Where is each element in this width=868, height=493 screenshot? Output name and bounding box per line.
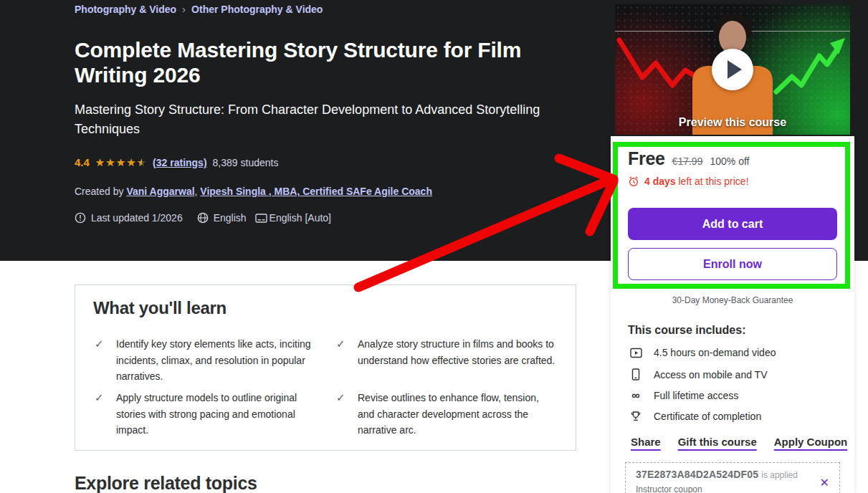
what-youll-learn-title: What you'll learn xyxy=(93,298,226,318)
current-price: Free xyxy=(628,148,665,169)
closed-captions-icon xyxy=(255,213,267,224)
play-icon xyxy=(728,60,742,79)
mobile-icon xyxy=(629,368,642,380)
alert-circle-icon xyxy=(75,212,86,224)
learn-item: Apply structure models to outline origin… xyxy=(116,390,323,439)
page-title: Complete Mastering Story Structure for F… xyxy=(75,37,569,87)
globe-icon xyxy=(197,212,209,224)
coupon-type-label: Instructor coupon xyxy=(636,484,829,493)
includes-item: 4.5 hours on-demand video xyxy=(629,347,776,358)
course-captions-label: English [Auto] xyxy=(270,212,331,224)
urgency-rest: left at this price! xyxy=(676,176,749,187)
check-icon: ✓ xyxy=(336,338,345,350)
instructor-link-1[interactable]: Vani Aggarwal xyxy=(126,186,194,197)
course-language: English xyxy=(197,212,247,224)
course-includes-title: This course includes: xyxy=(628,324,745,337)
coupon-applied-label: is applied xyxy=(761,470,798,480)
course-captions: English [Auto] xyxy=(255,212,331,224)
learn-item: Revise outlines to enhance flow, tension… xyxy=(358,390,558,439)
coupon-code: 37E2873A84D2A524DF05 xyxy=(636,469,758,480)
breadcrumb-link-photography-video[interactable]: Photography & Video xyxy=(75,4,176,15)
students-count: 8,389 students xyxy=(213,157,279,168)
learn-item: Analyze story structure in films and boo… xyxy=(358,336,558,368)
add-to-cart-button[interactable]: Add to cart xyxy=(628,208,837,240)
remove-coupon-button close-icon[interactable]: ✕ xyxy=(820,476,829,489)
coupon-code-line: 37E2873A84D2A524DF05 is applied xyxy=(636,469,829,480)
rating-score: 4.4 xyxy=(75,156,90,168)
breadcrumb-link-other-photography-video[interactable]: Other Photography & Video xyxy=(191,4,323,15)
includes-item: ∞ Full lifetime access xyxy=(629,390,738,401)
check-icon: ✓ xyxy=(336,391,345,404)
instructor-link-2[interactable]: Vipesh Singla , MBA, Certified SAFe Agil… xyxy=(200,186,432,197)
includes-item: Access on mobile and TV xyxy=(629,368,768,380)
purchase-card-links: Share Gift this course Apply Coupon xyxy=(631,436,847,448)
check-icon: ✓ xyxy=(95,391,104,404)
video-play-icon xyxy=(629,348,642,358)
created-by-row: Created by Vani Aggarwal, Vipesh Singla … xyxy=(75,186,432,197)
includes-item-label: Full lifetime access xyxy=(654,390,738,401)
enroll-now-button[interactable]: Enroll now xyxy=(628,248,837,280)
price-row: Free €17.99 100% off xyxy=(628,148,749,169)
last-updated-label: Last updated 1/2026 xyxy=(91,212,183,224)
course-preview-video[interactable]: Preview this course xyxy=(615,4,850,135)
learn-item: Identify key story elements like acts, i… xyxy=(116,336,323,385)
includes-item: Certificate of completion xyxy=(629,411,761,422)
money-back-guarantee: 30-Day Money-Back Guarantee xyxy=(611,295,854,305)
apply-coupon-link[interactable]: Apply Coupon xyxy=(774,436,847,448)
what-youll-learn-card: What you'll learn ✓ Identify key story e… xyxy=(75,284,576,451)
play-button[interactable] xyxy=(712,49,753,90)
explore-related-topics-title: Explore related topics xyxy=(75,473,257,493)
chevron-right-icon: › xyxy=(182,3,186,15)
urgency-days: 4 days xyxy=(644,176,676,187)
discount-percent: 100% off xyxy=(710,155,749,167)
infinity-icon: ∞ xyxy=(629,390,642,401)
trophy-icon xyxy=(629,411,642,422)
purchase-card: Free €17.99 100% off 4 days left at this… xyxy=(611,136,854,493)
rating-row: 4.4 (32 ratings) 8,389 students xyxy=(75,156,278,168)
applied-coupon-box: 37E2873A84D2A524DF05 is applied Instruct… xyxy=(625,462,840,493)
original-price: €17.99 xyxy=(672,155,703,167)
breadcrumb: Photography & Video › Other Photography … xyxy=(75,3,323,15)
includes-item-label: Access on mobile and TV xyxy=(654,369,768,380)
urgency-text: 4 days left at this price! xyxy=(644,176,749,187)
includes-item-label: Certificate of completion xyxy=(654,411,761,422)
includes-item-label: 4.5 hours on-demand video xyxy=(654,347,776,358)
share-link[interactable]: Share xyxy=(631,436,661,448)
course-subtitle: Mastering Story Structure: From Characte… xyxy=(75,100,548,139)
preview-this-course-label: Preview this course xyxy=(615,116,850,129)
last-updated: Last updated 1/2026 xyxy=(75,212,183,224)
star-rating-icon xyxy=(95,157,147,168)
created-by-label: Created by xyxy=(75,186,126,197)
gift-this-course-link[interactable]: Gift this course xyxy=(678,436,757,448)
check-icon: ✓ xyxy=(95,338,104,350)
urgency-row: 4 days left at this price! xyxy=(628,176,749,187)
course-meta-row: Last updated 1/2026 English English [Aut… xyxy=(75,212,331,224)
course-landing-page: Photography & Video › Other Photography … xyxy=(0,0,868,493)
course-language-label: English xyxy=(214,212,247,224)
ratings-count-link[interactable]: (32 ratings) xyxy=(153,157,206,168)
alarm-clock-icon xyxy=(628,176,639,187)
